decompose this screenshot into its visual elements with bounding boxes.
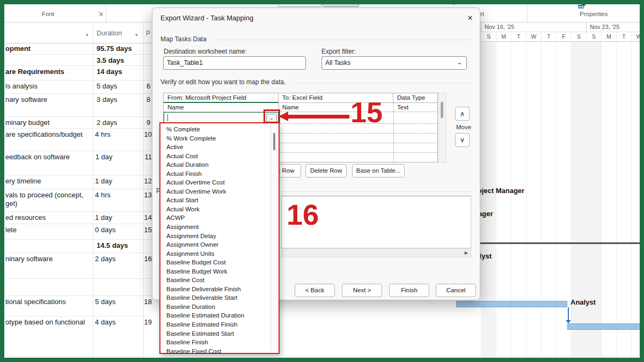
field-option[interactable]: Baseline Fixed Cost xyxy=(160,347,279,356)
field-edit-cell[interactable]: ⌄ xyxy=(164,112,279,123)
task-name-cell[interactable]: nary software xyxy=(4,94,93,116)
scrollbar-thumb[interactable] xyxy=(273,133,275,150)
predecessor-cell[interactable] xyxy=(143,279,152,295)
field-option[interactable]: Baseline Deliverable Finish xyxy=(160,285,279,294)
grid-cell-type[interactable]: Text xyxy=(393,103,438,112)
predecessor-cell[interactable]: 16 xyxy=(141,253,152,278)
table-row[interactable]: eedback on software1 day11 xyxy=(4,151,152,175)
field-option[interactable]: % Complete xyxy=(160,125,279,134)
predecessor-cell[interactable] xyxy=(143,240,152,253)
field-option[interactable]: Actual Duration xyxy=(160,160,279,169)
field-option[interactable]: Baseline Budget Work xyxy=(160,267,279,276)
table-row[interactable]: ls analysis5 days6 xyxy=(4,80,152,94)
table-row[interactable]: lete0 days15 xyxy=(4,224,152,240)
task-name-cell[interactable]: vals to proceed (concept, get) xyxy=(4,189,91,211)
field-option[interactable]: Baseline Budget Cost xyxy=(160,258,279,267)
gantt-bar[interactable] xyxy=(567,323,644,330)
field-option[interactable]: Baseline Finish xyxy=(160,338,279,347)
field-option[interactable]: Actual Cost xyxy=(160,152,279,161)
predecessor-cell[interactable]: 9 xyxy=(143,117,152,128)
field-option[interactable]: Actual Start xyxy=(160,196,279,205)
predecessor-cell[interactable] xyxy=(143,66,152,80)
table-row[interactable]: 14.5 days xyxy=(4,240,152,253)
duration-cell[interactable]: 4 hrs xyxy=(91,189,141,211)
gantt-bar[interactable] xyxy=(456,301,567,307)
task-name-cell[interactable]: ed resources xyxy=(4,212,91,224)
predecessor-cell[interactable]: 18 xyxy=(141,296,152,316)
filter-arrow-icon[interactable]: ▾ xyxy=(86,32,89,38)
duration-cell[interactable]: 14 days xyxy=(93,66,143,80)
field-option[interactable]: Assignment xyxy=(160,223,279,232)
task-name-cell[interactable] xyxy=(4,240,93,253)
duration-cell[interactable]: 1 day xyxy=(91,212,141,224)
field-option[interactable]: Baseline Estimated Finish xyxy=(160,320,279,329)
predecessor-cell[interactable]: 13 xyxy=(141,189,152,211)
table-row[interactable]: otype based on functional4 days19 xyxy=(4,316,152,357)
move-down-button[interactable]: ∨ xyxy=(455,133,470,147)
field-option[interactable]: Baseline Deliverable Start xyxy=(160,293,279,302)
duration-cell[interactable]: 0 days xyxy=(91,224,141,239)
close-icon[interactable]: ✕ xyxy=(465,13,475,24)
duration-cell[interactable]: 5 days xyxy=(93,80,143,93)
task-name-cell[interactable]: minary budget xyxy=(4,117,93,128)
predecessor-cell[interactable] xyxy=(143,55,152,65)
duration-column-header[interactable]: Duration xyxy=(97,29,122,37)
table-row[interactable]: ery timeline1 day12 xyxy=(4,175,152,189)
task-name-cell[interactable] xyxy=(4,279,93,295)
dropdown-scrollbar[interactable] xyxy=(270,124,277,352)
task-name-cell[interactable]: ls analysis xyxy=(4,80,93,93)
filter-arrow-icon[interactable]: ▾ xyxy=(135,32,138,38)
back-button[interactable]: < Back xyxy=(295,284,335,297)
predecessor-cell[interactable]: 10 xyxy=(141,129,152,151)
task-name-cell[interactable] xyxy=(4,55,93,65)
grid-scrollbar[interactable] xyxy=(438,93,446,162)
field-option[interactable]: Assignment Delay xyxy=(160,232,279,241)
task-name-cell[interactable]: tional specifications xyxy=(4,296,91,316)
field-option[interactable]: Baseline Cost xyxy=(160,276,279,285)
duration-cell[interactable]: 4 hrs xyxy=(91,129,141,151)
predecessor-cell[interactable]: 15 xyxy=(141,224,152,239)
grid-cell-from[interactable]: Name xyxy=(164,103,279,112)
destination-worksheet-input[interactable]: Task_Table1 xyxy=(163,56,306,70)
task-name-cell[interactable]: are Requirements xyxy=(4,66,93,80)
table-row[interactable]: are Requirements14 days xyxy=(4,66,152,80)
field-option[interactable]: Actual Work xyxy=(160,205,279,214)
duration-cell[interactable]: 1 day xyxy=(91,175,141,189)
field-option[interactable]: Baseline Estimated Duration xyxy=(160,311,279,320)
finish-button[interactable]: Finish xyxy=(389,284,429,297)
preview-hscrollbar[interactable]: ▶ xyxy=(281,248,471,257)
duration-cell[interactable]: 14.5 days xyxy=(93,240,143,253)
field-option[interactable]: Actual Overtime Work xyxy=(160,187,279,196)
duration-cell[interactable] xyxy=(93,279,143,295)
summary-task-bar[interactable] xyxy=(467,242,640,244)
table-row[interactable]: ed resources1 day14 xyxy=(4,212,152,224)
field-option[interactable]: % Work Complete xyxy=(160,134,279,143)
task-name-cell[interactable]: otype based on functional xyxy=(4,316,91,356)
task-name-cell[interactable]: opment xyxy=(4,43,93,54)
table-row[interactable] xyxy=(4,279,152,296)
pred-column-header[interactable]: P xyxy=(146,29,150,37)
field-option[interactable]: Assignment Owner xyxy=(160,240,279,249)
task-name-cell[interactable]: lete xyxy=(4,224,91,239)
field-option[interactable]: Actual Overtime Cost xyxy=(160,178,279,187)
table-row[interactable]: opment95.75 days xyxy=(4,43,152,55)
field-option[interactable]: ACWP xyxy=(160,213,279,223)
scrollbar-thumb[interactable] xyxy=(441,102,443,118)
base-on-table-button[interactable]: Base on Table... xyxy=(352,164,405,178)
duration-cell[interactable]: 3.5 days xyxy=(93,55,143,65)
predecessor-cell[interactable]: 6 xyxy=(143,80,152,93)
table-row[interactable]: ninary software2 days16 xyxy=(4,253,152,279)
duration-cell[interactable]: 1 day xyxy=(92,151,142,175)
table-row[interactable]: are specifications/budget4 hrs10 xyxy=(4,129,152,151)
duration-cell[interactable]: 95.75 days xyxy=(93,43,143,54)
field-option[interactable]: Baseline Duration xyxy=(160,302,279,312)
table-row[interactable]: nary software3 days8 xyxy=(4,94,152,117)
duration-cell[interactable]: 5 days xyxy=(91,296,141,316)
font-dialog-launcher-icon[interactable]: ⇲ xyxy=(98,11,103,17)
move-up-button[interactable]: ∧ xyxy=(455,107,470,121)
predecessor-cell[interactable]: 14 xyxy=(141,212,152,224)
task-name-cell[interactable]: are specifications/budget xyxy=(4,129,91,151)
predecessor-cell[interactable]: 8 xyxy=(143,94,152,116)
field-option[interactable]: Actual Finish xyxy=(160,169,279,179)
predecessor-cell[interactable]: 19 xyxy=(141,316,152,356)
